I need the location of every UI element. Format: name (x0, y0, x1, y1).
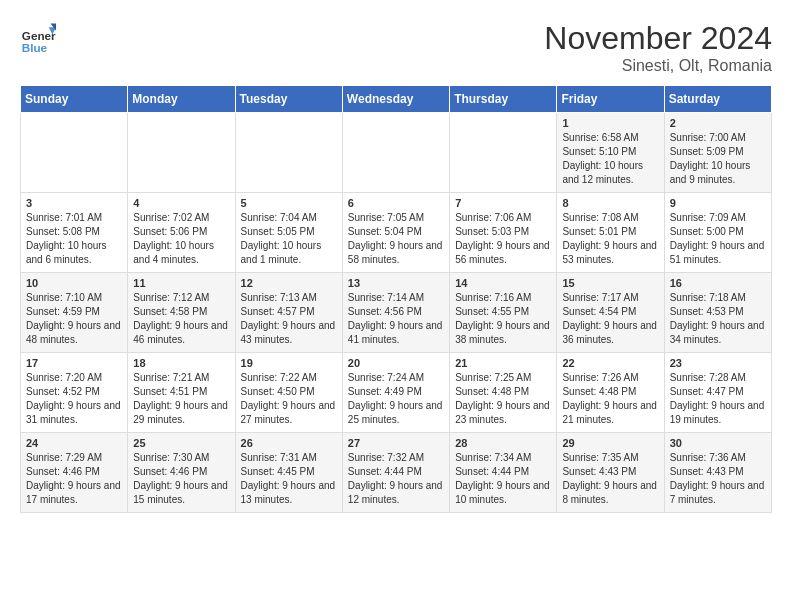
day-number: 30 (670, 437, 766, 449)
calendar-cell: 29Sunrise: 7:35 AM Sunset: 4:43 PM Dayli… (557, 433, 664, 513)
calendar-cell (21, 113, 128, 193)
day-info: Sunrise: 7:14 AM Sunset: 4:56 PM Dayligh… (348, 291, 444, 347)
day-info: Sunrise: 7:22 AM Sunset: 4:50 PM Dayligh… (241, 371, 337, 427)
calendar-cell (342, 113, 449, 193)
calendar-cell: 18Sunrise: 7:21 AM Sunset: 4:51 PM Dayli… (128, 353, 235, 433)
calendar-cell: 16Sunrise: 7:18 AM Sunset: 4:53 PM Dayli… (664, 273, 771, 353)
calendar-cell: 27Sunrise: 7:32 AM Sunset: 4:44 PM Dayli… (342, 433, 449, 513)
calendar-cell: 9Sunrise: 7:09 AM Sunset: 5:00 PM Daylig… (664, 193, 771, 273)
day-info: Sunrise: 7:01 AM Sunset: 5:08 PM Dayligh… (26, 211, 122, 267)
day-info: Sunrise: 7:04 AM Sunset: 5:05 PM Dayligh… (241, 211, 337, 267)
weekday-header-wednesday: Wednesday (342, 86, 449, 113)
calendar-cell: 4Sunrise: 7:02 AM Sunset: 5:06 PM Daylig… (128, 193, 235, 273)
day-info: Sunrise: 7:10 AM Sunset: 4:59 PM Dayligh… (26, 291, 122, 347)
calendar-cell: 6Sunrise: 7:05 AM Sunset: 5:04 PM Daylig… (342, 193, 449, 273)
day-number: 14 (455, 277, 551, 289)
day-number: 15 (562, 277, 658, 289)
day-number: 13 (348, 277, 444, 289)
day-info: Sunrise: 6:58 AM Sunset: 5:10 PM Dayligh… (562, 131, 658, 187)
svg-text:Blue: Blue (22, 41, 48, 54)
day-info: Sunrise: 7:12 AM Sunset: 4:58 PM Dayligh… (133, 291, 229, 347)
calendar-cell (128, 113, 235, 193)
day-number: 23 (670, 357, 766, 369)
day-info: Sunrise: 7:17 AM Sunset: 4:54 PM Dayligh… (562, 291, 658, 347)
calendar-cell: 2Sunrise: 7:00 AM Sunset: 5:09 PM Daylig… (664, 113, 771, 193)
weekday-header-sunday: Sunday (21, 86, 128, 113)
calendar-cell: 22Sunrise: 7:26 AM Sunset: 4:48 PM Dayli… (557, 353, 664, 433)
page-header: General Blue November 2024 Sinesti, Olt,… (20, 20, 772, 75)
day-info: Sunrise: 7:02 AM Sunset: 5:06 PM Dayligh… (133, 211, 229, 267)
day-info: Sunrise: 7:20 AM Sunset: 4:52 PM Dayligh… (26, 371, 122, 427)
day-info: Sunrise: 7:28 AM Sunset: 4:47 PM Dayligh… (670, 371, 766, 427)
day-info: Sunrise: 7:30 AM Sunset: 4:46 PM Dayligh… (133, 451, 229, 507)
calendar-cell: 25Sunrise: 7:30 AM Sunset: 4:46 PM Dayli… (128, 433, 235, 513)
day-info: Sunrise: 7:08 AM Sunset: 5:01 PM Dayligh… (562, 211, 658, 267)
calendar-cell: 14Sunrise: 7:16 AM Sunset: 4:55 PM Dayli… (450, 273, 557, 353)
day-number: 24 (26, 437, 122, 449)
calendar-cell: 30Sunrise: 7:36 AM Sunset: 4:43 PM Dayli… (664, 433, 771, 513)
day-info: Sunrise: 7:35 AM Sunset: 4:43 PM Dayligh… (562, 451, 658, 507)
day-number: 19 (241, 357, 337, 369)
calendar-cell: 19Sunrise: 7:22 AM Sunset: 4:50 PM Dayli… (235, 353, 342, 433)
day-number: 2 (670, 117, 766, 129)
day-info: Sunrise: 7:13 AM Sunset: 4:57 PM Dayligh… (241, 291, 337, 347)
calendar-cell: 7Sunrise: 7:06 AM Sunset: 5:03 PM Daylig… (450, 193, 557, 273)
day-number: 29 (562, 437, 658, 449)
day-info: Sunrise: 7:18 AM Sunset: 4:53 PM Dayligh… (670, 291, 766, 347)
calendar-cell: 1Sunrise: 6:58 AM Sunset: 5:10 PM Daylig… (557, 113, 664, 193)
day-info: Sunrise: 7:34 AM Sunset: 4:44 PM Dayligh… (455, 451, 551, 507)
day-number: 3 (26, 197, 122, 209)
calendar-cell: 12Sunrise: 7:13 AM Sunset: 4:57 PM Dayli… (235, 273, 342, 353)
day-info: Sunrise: 7:16 AM Sunset: 4:55 PM Dayligh… (455, 291, 551, 347)
calendar-cell: 13Sunrise: 7:14 AM Sunset: 4:56 PM Dayli… (342, 273, 449, 353)
day-info: Sunrise: 7:24 AM Sunset: 4:49 PM Dayligh… (348, 371, 444, 427)
day-number: 1 (562, 117, 658, 129)
day-number: 28 (455, 437, 551, 449)
day-info: Sunrise: 7:00 AM Sunset: 5:09 PM Dayligh… (670, 131, 766, 187)
calendar-cell: 23Sunrise: 7:28 AM Sunset: 4:47 PM Dayli… (664, 353, 771, 433)
calendar-cell: 24Sunrise: 7:29 AM Sunset: 4:46 PM Dayli… (21, 433, 128, 513)
day-number: 27 (348, 437, 444, 449)
day-info: Sunrise: 7:25 AM Sunset: 4:48 PM Dayligh… (455, 371, 551, 427)
day-number: 11 (133, 277, 229, 289)
weekday-header-saturday: Saturday (664, 86, 771, 113)
calendar-cell: 8Sunrise: 7:08 AM Sunset: 5:01 PM Daylig… (557, 193, 664, 273)
day-info: Sunrise: 7:09 AM Sunset: 5:00 PM Dayligh… (670, 211, 766, 267)
day-number: 17 (26, 357, 122, 369)
location: Sinesti, Olt, Romania (544, 57, 772, 75)
calendar-cell: 21Sunrise: 7:25 AM Sunset: 4:48 PM Dayli… (450, 353, 557, 433)
day-number: 25 (133, 437, 229, 449)
calendar-cell: 28Sunrise: 7:34 AM Sunset: 4:44 PM Dayli… (450, 433, 557, 513)
day-info: Sunrise: 7:31 AM Sunset: 4:45 PM Dayligh… (241, 451, 337, 507)
day-number: 10 (26, 277, 122, 289)
month-title: November 2024 (544, 20, 772, 57)
day-number: 4 (133, 197, 229, 209)
day-number: 7 (455, 197, 551, 209)
day-info: Sunrise: 7:36 AM Sunset: 4:43 PM Dayligh… (670, 451, 766, 507)
title-block: November 2024 Sinesti, Olt, Romania (544, 20, 772, 75)
calendar-cell (235, 113, 342, 193)
calendar-cell: 11Sunrise: 7:12 AM Sunset: 4:58 PM Dayli… (128, 273, 235, 353)
logo: General Blue (20, 20, 56, 56)
day-number: 22 (562, 357, 658, 369)
calendar-cell: 26Sunrise: 7:31 AM Sunset: 4:45 PM Dayli… (235, 433, 342, 513)
day-number: 21 (455, 357, 551, 369)
day-number: 16 (670, 277, 766, 289)
day-number: 26 (241, 437, 337, 449)
day-number: 12 (241, 277, 337, 289)
day-info: Sunrise: 7:26 AM Sunset: 4:48 PM Dayligh… (562, 371, 658, 427)
calendar-cell: 17Sunrise: 7:20 AM Sunset: 4:52 PM Dayli… (21, 353, 128, 433)
weekday-header-monday: Monday (128, 86, 235, 113)
day-number: 6 (348, 197, 444, 209)
calendar-cell: 10Sunrise: 7:10 AM Sunset: 4:59 PM Dayli… (21, 273, 128, 353)
day-number: 8 (562, 197, 658, 209)
weekday-header-thursday: Thursday (450, 86, 557, 113)
day-info: Sunrise: 7:32 AM Sunset: 4:44 PM Dayligh… (348, 451, 444, 507)
day-info: Sunrise: 7:21 AM Sunset: 4:51 PM Dayligh… (133, 371, 229, 427)
calendar-cell: 5Sunrise: 7:04 AM Sunset: 5:05 PM Daylig… (235, 193, 342, 273)
day-info: Sunrise: 7:06 AM Sunset: 5:03 PM Dayligh… (455, 211, 551, 267)
calendar-cell: 15Sunrise: 7:17 AM Sunset: 4:54 PM Dayli… (557, 273, 664, 353)
calendar-cell: 3Sunrise: 7:01 AM Sunset: 5:08 PM Daylig… (21, 193, 128, 273)
weekday-header-tuesday: Tuesday (235, 86, 342, 113)
day-number: 9 (670, 197, 766, 209)
